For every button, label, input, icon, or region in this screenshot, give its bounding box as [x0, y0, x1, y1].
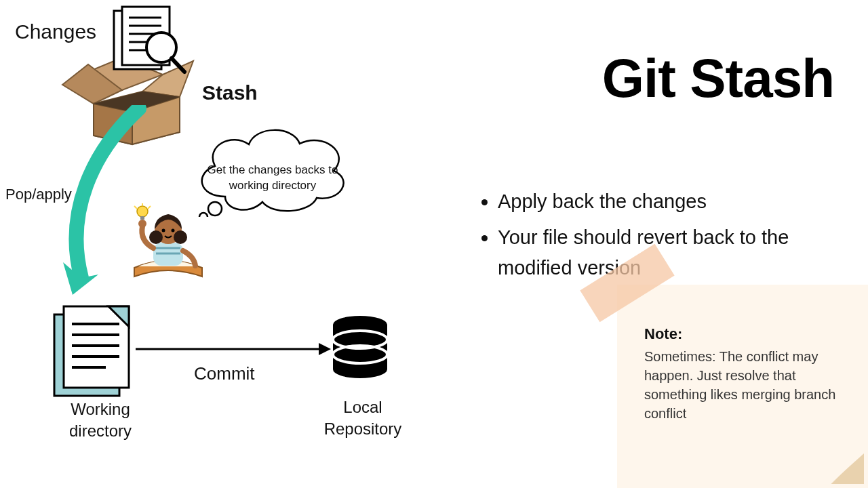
- thought-bubble: Get the changes backs to working directo…: [191, 122, 354, 217]
- svg-line-28: [134, 206, 137, 209]
- svg-point-25: [172, 229, 175, 232]
- arrow-right-icon: [136, 339, 332, 359]
- note-title: Note:: [644, 325, 849, 343]
- git-stash-diagram: Changes Stash Pop/apply Commit Working d…: [0, 0, 434, 488]
- stash-label: Stash: [202, 81, 258, 104]
- svg-line-29: [148, 206, 151, 209]
- local-repository-label: Local Repository: [319, 396, 407, 441]
- svg-point-22: [149, 230, 163, 244]
- page-curl-icon: [830, 453, 864, 484]
- bullet-item: Apply back the changes: [498, 186, 841, 217]
- svg-point-31: [208, 202, 222, 216]
- note-body: Sometimes: The conflict may happen. Just…: [644, 347, 849, 423]
- thought-text: Get the changes backs to working directo…: [205, 163, 340, 194]
- working-directory-label: Working directory: [60, 399, 141, 443]
- svg-point-26: [137, 206, 148, 217]
- note-box: Note: Sometimes: The conflict may happen…: [617, 285, 868, 488]
- file-icon: [52, 304, 133, 399]
- slide-title: Git Stash: [602, 47, 834, 110]
- svg-point-23: [174, 230, 187, 244]
- svg-point-32: [199, 213, 208, 217]
- commit-label: Commit: [194, 363, 255, 384]
- svg-point-24: [162, 229, 165, 232]
- svg-rect-27: [140, 216, 144, 220]
- document-magnifier-icon: [108, 5, 190, 80]
- svg-line-15: [172, 58, 184, 72]
- database-icon: [330, 315, 391, 383]
- svg-point-20: [138, 220, 146, 228]
